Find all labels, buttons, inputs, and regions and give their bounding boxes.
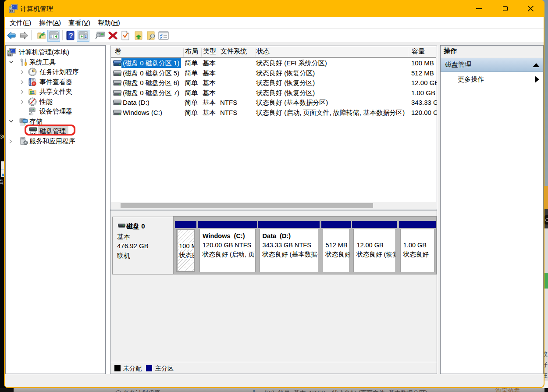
svg-text:?: ? — [69, 32, 73, 39]
